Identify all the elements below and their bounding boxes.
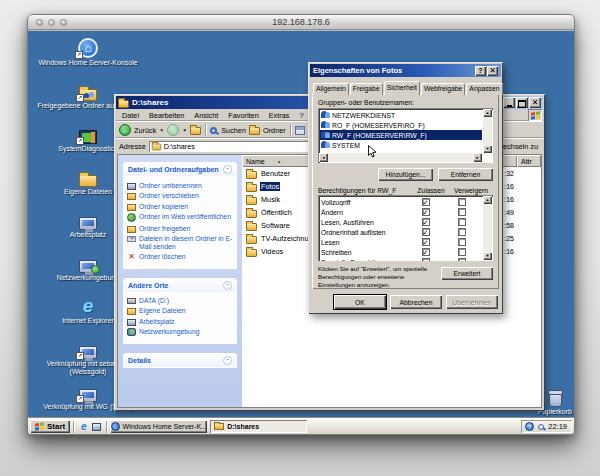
ok-button[interactable]: OK xyxy=(334,295,386,309)
taskbar-clock[interactable]: 22:19 xyxy=(548,422,567,431)
tab-freigabe[interactable]: Freigabe xyxy=(350,83,383,95)
mac-minimize-button[interactable] xyxy=(48,19,55,26)
back-dropdown-icon[interactable]: ▼ xyxy=(159,127,164,133)
group-row-ro-f[interactable]: RO_F (HOMESERVER\RO_F) xyxy=(320,120,482,130)
rename-icon xyxy=(127,183,136,190)
deny-checkbox[interactable] xyxy=(458,198,466,206)
task-move-folder[interactable]: Ordner verschieben xyxy=(127,192,233,200)
vertical-scrollbar[interactable]: ▲ ▼ xyxy=(483,196,492,260)
vertical-scrollbar[interactable]: ▲ ▼ xyxy=(483,109,492,153)
mac-titlebar[interactable]: 192.168.178.6 xyxy=(28,15,574,30)
remove-button[interactable]: Entfernen xyxy=(438,168,493,181)
scroll-down-icon[interactable]: ▼ xyxy=(483,145,492,153)
tab-sicherheit[interactable]: Sicherheit xyxy=(384,81,420,95)
windows-desktop[interactable]: ⌂ Windows Home Server-Konsole Freigegebe… xyxy=(28,31,574,434)
whs-health-tray-icon[interactable]: ? xyxy=(525,422,534,431)
task-share-folder[interactable]: Ordner freigeben xyxy=(127,225,233,233)
place-my-documents[interactable]: Eigene Dateien xyxy=(127,307,233,315)
allow-checkbox[interactable] xyxy=(422,248,430,256)
views-icon[interactable] xyxy=(295,126,305,135)
deny-checkbox[interactable] xyxy=(458,208,466,216)
quick-launch: e xyxy=(77,421,103,432)
place-data-drive[interactable]: DATA (D:) xyxy=(127,297,233,305)
task-email-files[interactable]: Dateien in diesem Ordner in E-Mail sende… xyxy=(127,235,233,251)
maximize-button[interactable] xyxy=(516,97,528,108)
chevron-up-icon[interactable]: ˆ xyxy=(223,165,232,174)
menu-hilfe[interactable]: ? xyxy=(294,111,308,120)
scroll-up-icon[interactable]: ▲ xyxy=(483,109,492,117)
back-button-label[interactable]: Zurück xyxy=(134,126,156,135)
tab-webfreigabe[interactable]: Webfreigabe xyxy=(421,83,465,95)
tab-anpassen[interactable]: Anpassen xyxy=(466,83,502,95)
back-icon[interactable]: ← xyxy=(119,124,131,136)
desktop-icon-whs-console[interactable]: ⌂ Windows Home Server-Konsole xyxy=(32,34,144,77)
task-publish-web[interactable]: Ordner im Web veröffentlichen xyxy=(127,213,233,222)
forward-dropdown-icon[interactable]: ▼ xyxy=(182,127,187,133)
place-my-computer[interactable]: Arbeitsplatz xyxy=(127,318,233,326)
folders-view-icon[interactable] xyxy=(249,127,260,135)
allow-checkbox[interactable] xyxy=(422,228,430,236)
dialog-titlebar[interactable]: Eigenschaften von Fotos ? ✕ xyxy=(310,64,501,77)
folder-icon xyxy=(246,197,257,205)
permissions-list[interactable]: Vollzugriff Ändern Lesen, Ausführen xyxy=(318,195,493,261)
column-header-attr[interactable]: Attr xyxy=(517,155,541,167)
allow-checkbox[interactable] xyxy=(422,218,430,226)
show-desktop-icon[interactable] xyxy=(91,421,102,432)
deny-checkbox[interactable] xyxy=(458,218,466,226)
task-delete-folder[interactable]: ✕Ordner löschen xyxy=(127,253,233,261)
close-button[interactable]: ✕ xyxy=(487,66,498,76)
add-button[interactable]: Hinzufügen... xyxy=(378,168,433,181)
computer-icon xyxy=(79,217,97,230)
scroll-up-icon[interactable]: ▲ xyxy=(483,196,492,204)
chevron-down-icon[interactable]: ˇ xyxy=(223,356,232,365)
folders-button-label[interactable]: Ordner xyxy=(263,126,286,135)
allow-checkbox[interactable] xyxy=(422,238,430,246)
start-button[interactable]: Start xyxy=(30,420,70,433)
scroll-right-icon[interactable]: ► xyxy=(473,153,482,162)
menu-bearbeiten[interactable]: Bearbeiten xyxy=(144,111,189,120)
task-copy-folder[interactable]: Ordner kopieren xyxy=(127,203,233,211)
menu-datei[interactable]: Datei xyxy=(117,111,144,120)
forward-icon[interactable]: → xyxy=(167,124,179,136)
places-panel-header[interactable]: Andere Orte ˆ xyxy=(124,279,236,292)
task-button-dshares[interactable]: D:\shares xyxy=(210,420,307,433)
chevron-up-icon[interactable]: ˆ xyxy=(223,281,232,290)
taskbar-divider xyxy=(106,421,107,433)
menu-favoriten[interactable]: Favoriten xyxy=(223,111,263,120)
up-folder-icon[interactable]: ↑ xyxy=(190,127,201,135)
search-icon[interactable] xyxy=(210,127,217,134)
group-row-rw-f[interactable]: RW_F (HOMESERVER\RW_F) xyxy=(320,130,482,140)
minimize-button[interactable] xyxy=(503,97,515,108)
deny-checkbox[interactable] xyxy=(458,238,466,246)
search-button-label[interactable]: Suchen xyxy=(221,126,246,135)
menu-ansicht[interactable]: Ansicht xyxy=(189,111,223,120)
deny-checkbox[interactable] xyxy=(458,248,466,256)
group-list[interactable]: NETZWERKDIENST RO_F (HOMESERVER\RO_F) RW… xyxy=(318,108,493,163)
scroll-left-icon[interactable]: ◄ xyxy=(319,153,328,162)
task-button-whs-console[interactable]: ⌂ Windows Home Server-K... xyxy=(110,420,207,433)
cancel-button[interactable]: Abbrechen xyxy=(390,295,442,309)
mac-zoom-button[interactable] xyxy=(60,19,67,26)
deny-checkbox[interactable] xyxy=(458,258,466,261)
details-panel-header[interactable]: Details ˇ xyxy=(124,354,236,367)
magnifier-tray-icon[interactable] xyxy=(538,424,544,430)
folder-icon xyxy=(127,308,136,315)
advanced-button[interactable]: Erweitert xyxy=(441,267,493,280)
mac-close-button[interactable] xyxy=(36,19,43,26)
place-network[interactable]: Netzwerkumgebung xyxy=(127,328,233,336)
ie-quicklaunch-icon[interactable]: e xyxy=(78,421,89,432)
tab-allgemein[interactable]: Allgemein xyxy=(313,83,349,95)
group-row-netzwerkdienst[interactable]: NETZWERKDIENST xyxy=(320,110,482,120)
deny-checkbox[interactable] xyxy=(458,228,466,236)
help-button[interactable]: ? xyxy=(475,66,486,76)
tasks-panel-header[interactable]: Datei- und Ordneraufgaben ˆ xyxy=(124,163,236,176)
horizontal-scrollbar[interactable]: ◄ ► xyxy=(319,153,482,162)
close-button[interactable]: ✕ xyxy=(529,97,541,108)
allow-checkbox[interactable] xyxy=(422,198,430,206)
allow-checkbox[interactable] xyxy=(422,208,430,216)
menu-extras[interactable]: Extras xyxy=(264,111,295,120)
task-rename-folder[interactable]: Ordner umbenennen xyxy=(127,182,233,190)
scroll-down-icon[interactable]: ▼ xyxy=(483,252,492,260)
group-row-system[interactable]: SYSTEM xyxy=(320,140,482,150)
allow-checkbox[interactable] xyxy=(422,258,430,261)
